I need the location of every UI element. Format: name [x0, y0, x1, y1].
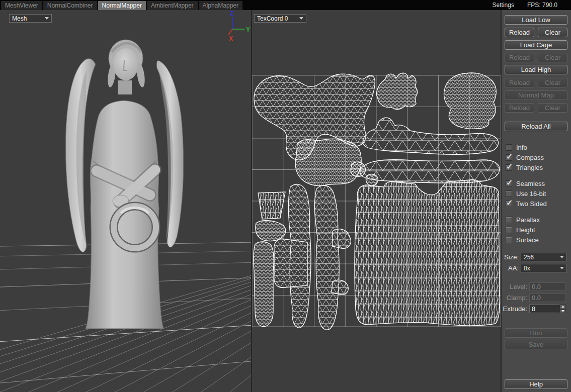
extrude-decrement-button[interactable]: [559, 309, 566, 314]
uv-island-skirt: [355, 179, 500, 325]
normal-map-button[interactable]: Normal Map: [505, 90, 567, 100]
chevron-down-icon: [299, 17, 303, 20]
y-axis-label: Y: [246, 26, 250, 33]
surface-checkbox-box[interactable]: [506, 237, 512, 243]
aa-label: AA:: [502, 264, 519, 272]
reload-map-button[interactable]: Reload: [505, 103, 534, 113]
compass-checkbox-box[interactable]: [506, 154, 512, 161]
statue-3d-render: [0, 10, 251, 392]
surface-checkbox-label: Surface: [516, 236, 539, 244]
uv-viewport[interactable]: TexCoord 0: [252, 10, 502, 392]
tab-ambientmapper[interactable]: AmbientMapper: [147, 1, 198, 10]
parallax-checkbox-box[interactable]: [506, 217, 512, 223]
texcoord-select-value: TexCoord 0: [257, 15, 297, 22]
3d-viewport[interactable]: Mesh Z Y X: [0, 10, 252, 392]
tab-normalcombiner[interactable]: NormalCombiner: [43, 1, 97, 10]
aa-select-value: 0x: [524, 265, 558, 272]
uv-islands: [254, 73, 500, 330]
checkbox-seamless[interactable]: Seamless: [506, 179, 545, 187]
level-input[interactable]: [529, 282, 566, 291]
z-axis-label: Z: [230, 10, 233, 17]
use-16-bit-checkbox-box[interactable]: [506, 190, 512, 197]
uv-island-hand-b: [366, 174, 378, 186]
load-high-button[interactable]: Load High: [505, 65, 567, 74]
topbar-right-group: Settings FPS: 790.0: [493, 0, 571, 10]
triangle-down-icon: [561, 310, 564, 312]
statue-neck: [118, 80, 132, 94]
main-area: Mesh Z Y X: [0, 10, 571, 392]
size-label: Size:: [502, 253, 519, 261]
mesh-select[interactable]: Mesh: [9, 14, 52, 23]
clamp-input[interactable]: [529, 293, 566, 302]
tab-strip: MeshViewer NormalCombiner NormalMapper A…: [0, 0, 243, 10]
seamless-checkbox-box[interactable]: [506, 180, 512, 187]
chevron-down-icon: [560, 267, 564, 269]
parallax-checkbox-label: Parallax: [516, 216, 540, 224]
checkbox-parallax[interactable]: Parallax: [506, 216, 540, 224]
clear-high-button[interactable]: Clear: [538, 78, 567, 87]
uv-island-hand-a: [351, 162, 365, 176]
x-axis-label: X: [229, 35, 233, 42]
extrude-label: Extrude:: [502, 305, 527, 313]
uv-island-crown: [376, 73, 418, 109]
level-label: Level:: [502, 282, 527, 291]
clamp-label: Clamp:: [502, 293, 527, 302]
clear-low-button[interactable]: Clear: [538, 28, 567, 37]
info-checkbox-label: Info: [516, 144, 527, 151]
extrude-increment-button[interactable]: [559, 305, 566, 309]
use-16-bit-checkbox-label: Use 16-bit: [516, 190, 546, 198]
reload-low-button[interactable]: Reload: [505, 28, 534, 37]
height-checkbox-box[interactable]: [506, 227, 512, 233]
uv-island-head: [444, 73, 497, 129]
height-checkbox-label: Height: [516, 226, 535, 234]
checkbox-use-16-bit[interactable]: Use 16-bit: [506, 189, 546, 198]
size-select[interactable]: 256: [521, 253, 567, 261]
tab-meshviewer[interactable]: MeshViewer: [1, 1, 42, 10]
normalmapper-app: MeshViewer NormalCombiner NormalMapper A…: [0, 0, 571, 392]
uv-island-lamp-blob: [256, 221, 286, 241]
reload-all-button[interactable]: Reload All: [505, 122, 567, 131]
size-select-value: 256: [524, 254, 558, 261]
uv-island-lamp-fan: [258, 192, 285, 219]
tab-normalmapper[interactable]: NormalMapper: [98, 1, 146, 10]
top-tab-bar: MeshViewer NormalCombiner NormalMapper A…: [0, 0, 571, 10]
clear-map-button[interactable]: Clear: [538, 103, 567, 113]
uv-island-wing-b: [360, 160, 500, 183]
seamless-checkbox-label: Seamless: [516, 180, 545, 187]
triangles-checkbox-label: Triangles: [516, 164, 543, 171]
checkbox-two-sided[interactable]: Two Sided: [506, 200, 547, 208]
load-low-button[interactable]: Load Low: [505, 15, 567, 25]
compass-checkbox-label: Compass: [516, 154, 544, 161]
checkbox-compass[interactable]: Compass: [506, 153, 544, 161]
checkbox-info[interactable]: Info: [506, 143, 527, 151]
uv-island-chest: [295, 139, 361, 185]
help-button[interactable]: Help: [505, 379, 567, 389]
axis-gizmo: Z Y X: [225, 10, 251, 42]
checkbox-height[interactable]: Height: [506, 226, 535, 234]
info-checkbox-box[interactable]: [506, 144, 512, 151]
two-sided-checkbox-label: Two Sided: [516, 200, 547, 208]
tab-alphamapper[interactable]: AlphaMapper: [199, 1, 242, 10]
settings-button[interactable]: Settings: [493, 2, 514, 9]
mesh-select-value: Mesh: [12, 15, 43, 22]
chevron-down-icon: [560, 256, 564, 258]
run-button[interactable]: Run: [505, 328, 567, 338]
clear-cage-button[interactable]: Clear: [538, 53, 567, 62]
texcoord-select[interactable]: TexCoord 0: [254, 14, 306, 23]
uv-island-sleeves: [274, 184, 351, 330]
chevron-down-icon: [45, 17, 49, 20]
extrude-spinner: [559, 305, 566, 313]
statue-face: [113, 48, 138, 80]
save-button[interactable]: Save: [505, 340, 567, 349]
checkbox-triangles[interactable]: Triangles: [506, 163, 543, 171]
triangle-up-icon: [561, 306, 564, 308]
checkbox-surface[interactable]: Surface: [506, 236, 539, 244]
fps-counter: FPS: 790.0: [527, 2, 557, 9]
uv-layout-canvas: [252, 10, 501, 392]
aa-select[interactable]: 0x: [521, 264, 567, 272]
triangles-checkbox-box[interactable]: [506, 164, 512, 171]
load-cage-button[interactable]: Load Cage: [505, 40, 567, 50]
reload-cage-button[interactable]: Reload: [505, 53, 534, 62]
reload-high-button[interactable]: Reload: [505, 78, 534, 87]
two-sided-checkbox-box[interactable]: [506, 201, 512, 207]
